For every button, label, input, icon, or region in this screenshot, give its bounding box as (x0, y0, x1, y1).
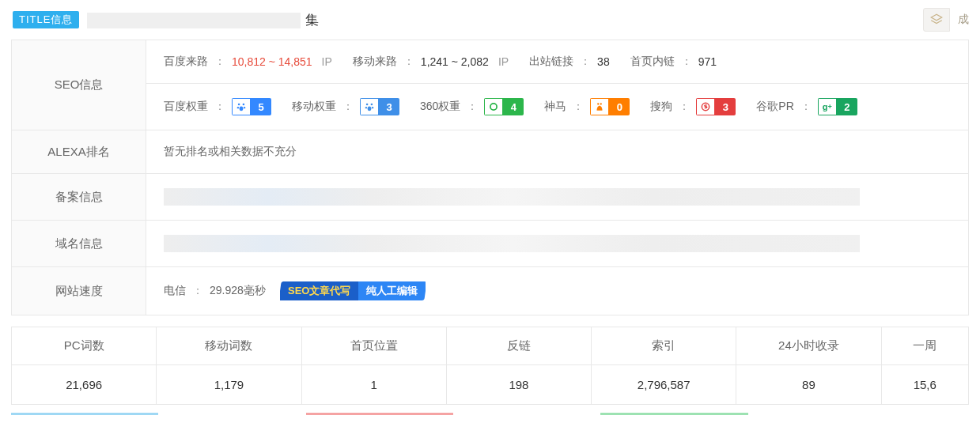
promo-text-b: 纯人工编辑 (358, 281, 426, 300)
layers-icon[interactable] (923, 8, 950, 32)
alexa-value: 暂无排名或相关数据不充分 (164, 145, 297, 159)
so360-icon (484, 98, 503, 115)
svg-point-1 (238, 104, 240, 106)
seo-traffic-row: 百度来路： 10,812 ~ 14,851 IP 移动来路： 1,241 ~ 2… (146, 40, 968, 83)
promo-badge[interactable]: SEO文章代写纯人工编辑 (278, 281, 427, 300)
weight-baidu[interactable]: 百度权重： 5 (164, 98, 271, 115)
stack-label: 成 (958, 13, 969, 27)
row-alexa: ALEXA排名 暂无排名或相关数据不充分 (12, 130, 968, 174)
metric-outlinks: 出站链接： 38 (529, 55, 610, 69)
promo-text-a: SEO文章代写 (280, 281, 358, 300)
stats-col-homepos[interactable]: 首页位置 1 (302, 327, 447, 404)
svg-point-8 (365, 107, 367, 108)
stats-col-pc[interactable]: PC词数 21,696 (12, 327, 157, 404)
weight-sogou[interactable]: 搜狗： 3 (650, 98, 736, 115)
tab-indicator-bars (11, 413, 969, 415)
shenma-icon (590, 98, 609, 115)
weight-shenma[interactable]: 神马： 0 (544, 98, 630, 115)
redacted-domain (164, 235, 860, 252)
svg-marker-0 (931, 14, 942, 21)
redacted-beian (164, 188, 860, 206)
svg-point-2 (243, 104, 245, 106)
stats-table: PC词数 21,696 移动词数 1,179 首页位置 1 反链 198 索引 … (11, 327, 969, 405)
svg-point-4 (244, 107, 245, 108)
weight-360[interactable]: 360权重： 4 (420, 98, 524, 115)
svg-point-7 (371, 104, 373, 106)
weight-google[interactable]: 谷歌PR： g+ 2 (756, 98, 857, 115)
title-bar: TITLE信息 集 成 (0, 0, 980, 40)
row-label-alexa: ALEXA排名 (12, 130, 146, 173)
svg-point-11 (490, 104, 497, 110)
metric-mobile-traffic: 移动来路： 1,241 ~ 2,082 IP (353, 55, 509, 69)
svg-point-13 (600, 103, 602, 104)
weight-mobile[interactable]: 移动权重： 3 (292, 98, 399, 115)
svg-point-12 (597, 103, 599, 104)
stats-col-index[interactable]: 索引 2,796,587 (592, 327, 736, 404)
stats-col-mobile[interactable]: 移动词数 1,179 (157, 327, 301, 404)
svg-point-9 (372, 107, 373, 108)
stats-col-backlinks[interactable]: 反链 198 (447, 327, 592, 404)
row-beian: 备案信息 (12, 174, 968, 221)
baidu-paw-icon (232, 98, 251, 115)
row-label-speed: 网站速度 (12, 267, 146, 315)
sogou-icon (696, 98, 715, 115)
metric-baidu-traffic: 百度来路： 10,812 ~ 14,851 IP (164, 55, 332, 69)
row-seo: SEO信息 百度来路： 10,812 ~ 14,851 IP 移动来路： 1,2… (12, 40, 968, 130)
seo-weight-row: 百度权重： 5 移动权重： 3 (146, 83, 968, 130)
metric-homelinks: 首页内链： 971 (630, 55, 717, 69)
google-plus-icon: g+ (818, 98, 837, 115)
stats-col-24h[interactable]: 24小时收录 89 (736, 327, 881, 404)
redacted-title (87, 13, 301, 28)
seo-info-table: SEO信息 百度来路： 10,812 ~ 14,851 IP 移动来路： 1,2… (11, 40, 969, 315)
row-label-beian: 备案信息 (12, 174, 146, 220)
title-badge: TITLE信息 (13, 11, 79, 28)
stats-col-week[interactable]: 一周 15,6 (882, 327, 968, 404)
page-title: 集 (87, 11, 915, 29)
row-domain: 域名信息 (12, 221, 968, 267)
svg-point-6 (366, 104, 369, 106)
row-label-domain: 域名信息 (12, 221, 146, 266)
row-speed: 网站速度 电信： 29.928毫秒 SEO文章代写纯人工编辑 (12, 267, 968, 315)
speed-metric: 电信： 29.928毫秒 (164, 284, 266, 298)
baidu-mobile-paw-icon (360, 98, 379, 115)
svg-point-5 (240, 106, 244, 111)
svg-point-3 (237, 107, 239, 108)
row-label-seo: SEO信息 (12, 40, 146, 130)
svg-point-10 (368, 106, 372, 111)
